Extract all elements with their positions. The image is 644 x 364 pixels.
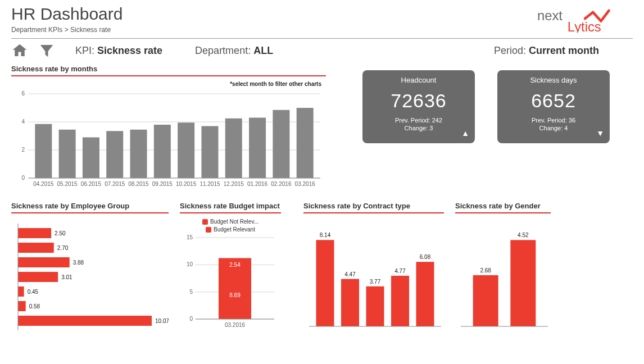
kpi-value: Sickness rate [97,45,162,56]
svg-text:12.2015: 12.2015 [224,181,244,187]
bar[interactable] [341,279,359,326]
chart-budget[interactable]: 0510158.692.5403.2016 [180,235,281,333]
arrow-up-icon: ▲ [461,129,469,138]
gender-title: Sickness rate by Gender [455,202,551,213]
bar[interactable] [18,272,58,282]
svg-text:01.2016: 01.2016 [247,181,268,187]
chart-gender[interactable]: 2.684.52 [455,217,551,335]
svg-text:6.08: 6.08 [420,254,431,260]
svg-text:10.07: 10.07 [155,318,169,324]
bar[interactable] [18,257,70,267]
svg-text:0.45: 0.45 [28,289,39,295]
svg-text:07.2015: 07.2015 [105,181,125,187]
arrow-down-icon: ▼ [596,129,604,138]
bar[interactable] [249,118,266,179]
svg-text:next: next [537,8,563,23]
dept-value: ALL [253,45,273,56]
contract-title: Sickness rate by Contract type [303,202,444,213]
svg-text:4.52: 4.52 [518,232,529,238]
tile-sickdays-value: 6652 [531,90,576,112]
svg-text:11.2015: 11.2015 [199,181,220,187]
svg-text:0: 0 [189,316,193,322]
budget-legend1: Budget Not Relev... [210,219,258,225]
svg-text:10: 10 [187,261,193,267]
legend-swatch-icon [206,227,211,233]
bar[interactable] [225,119,242,178]
dept-filter: Department: ALL [195,45,273,57]
tile-sickdays[interactable]: Sickness days 6652 Prev. Period: 36Chang… [497,70,610,143]
filter-bar: KPI: Sickness rate Department: ALL Perio… [11,42,633,59]
svg-text:02.2016: 02.2016 [271,181,292,187]
tile-sickdays-label: Sickness days [530,76,577,84]
bar[interactable] [201,126,218,179]
bar[interactable] [83,138,99,179]
svg-text:4.47: 4.47 [344,271,356,277]
svg-text:4: 4 [21,119,25,125]
bar[interactable] [366,286,384,326]
svg-text:2.70: 2.70 [57,245,69,251]
divider [11,38,633,39]
chart-monthly[interactable]: 024604.201505.201506.201507.201508.20150… [11,88,326,195]
legend-swatch-icon [202,219,208,225]
budget-title: Sickness rate Budget impact [180,202,281,213]
svg-text:2.68: 2.68 [480,267,491,274]
bar[interactable] [18,301,26,311]
bar[interactable] [273,110,289,178]
svg-text:3.01: 3.01 [61,274,72,280]
period-filter: Period: Current month [494,45,599,57]
tile-headcount-label: Headcount [401,76,437,84]
svg-text:05.2015: 05.2015 [57,181,78,187]
svg-text:2.54: 2.54 [229,262,241,268]
bar[interactable] [59,130,76,178]
dept-label: Department: [195,45,253,56]
svg-text:2.50: 2.50 [55,230,66,236]
kpi-label: KPI: [75,45,97,56]
bar[interactable] [106,131,123,178]
svg-text:03.2016: 03.2016 [295,181,316,187]
bar[interactable] [297,108,314,178]
svg-text:2: 2 [21,147,25,153]
bar[interactable] [473,275,498,326]
bar[interactable] [391,276,409,326]
svg-text:09.2015: 09.2015 [152,181,173,187]
svg-text:4.77: 4.77 [394,268,406,274]
home-icon[interactable] [11,42,28,59]
svg-text:08.2015: 08.2015 [128,181,149,187]
filter-icon[interactable] [38,42,55,59]
empgroup-title: Sickness rate by Employee Group [11,202,169,213]
tile-headcount-sub: Prev. Period: 242Change: 3 [395,116,442,133]
period-value: Current month [529,45,599,56]
svg-text:0: 0 [21,175,25,181]
bar[interactable] [18,228,51,238]
page-title: HR Dashboard [11,4,123,24]
bar[interactable] [35,124,52,178]
bar[interactable] [154,125,171,178]
bar[interactable] [510,240,536,326]
period-label: Period: [494,45,529,56]
bar[interactable] [18,286,24,297]
bar[interactable] [130,130,147,178]
svg-text:06.2015: 06.2015 [81,181,102,187]
budget-legend: Budget Not Relev... Budget Relevant [180,217,281,235]
svg-text:15: 15 [187,235,193,240]
svg-text:3.77: 3.77 [370,279,381,285]
svg-text:04.2015: 04.2015 [33,181,54,187]
breadcrumb[interactable]: Department KPIs > Sickness rate [11,26,123,34]
kpi-filter: KPI: Sickness rate [75,45,162,57]
svg-text:0.58: 0.58 [29,303,40,310]
bar[interactable] [416,262,434,326]
tile-headcount-value: 72636 [391,90,447,112]
bar[interactable] [178,122,194,178]
svg-text:5: 5 [189,289,193,295]
tile-headcount[interactable]: Headcount 72636 Prev. Period: 242Change:… [362,70,475,143]
svg-text:3.88: 3.88 [73,260,84,266]
bar[interactable] [18,243,54,253]
svg-text:Lytics: Lytics [568,19,601,33]
svg-text:8.14: 8.14 [320,232,331,238]
bar[interactable] [18,316,152,326]
chart-empgroup[interactable]: 2.502.703.883.010.450.5810.07 [11,217,169,335]
chart-contract[interactable]: 8.144.473.774.776.08 [303,217,444,335]
tile-sickdays-sub: Prev. Period: 36Change: 4 [532,116,575,133]
svg-text:6: 6 [21,90,25,97]
bar[interactable] [316,240,334,326]
